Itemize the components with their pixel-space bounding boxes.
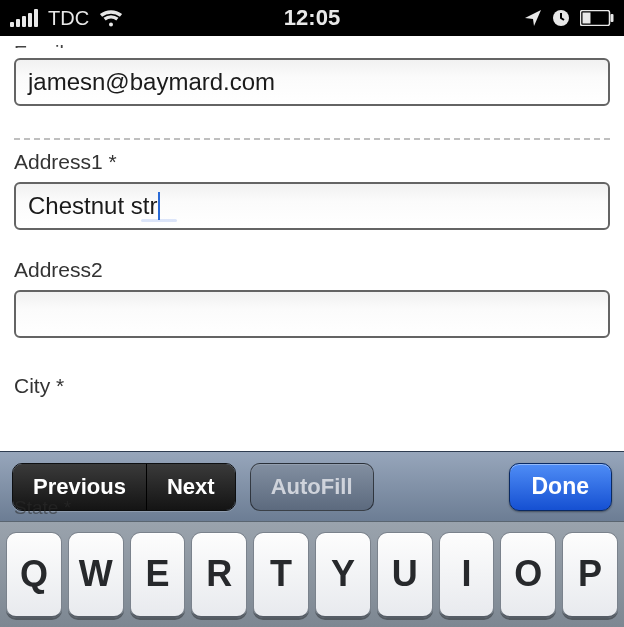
address2-field[interactable]	[14, 290, 610, 338]
next-button[interactable]: Next	[146, 464, 235, 510]
keyboard-row-1: Q W E R T Y U I O P	[0, 521, 624, 627]
wifi-icon	[99, 9, 123, 27]
keyboard-region: Previous Next AutoFill Done State * Q W …	[0, 451, 624, 627]
done-button[interactable]: Done	[509, 463, 613, 511]
key-i[interactable]: I	[439, 532, 495, 618]
key-o[interactable]: O	[500, 532, 556, 618]
city-label: City *	[14, 374, 610, 398]
address2-label: Address2	[14, 258, 610, 282]
clock-icon	[552, 9, 570, 27]
location-icon	[524, 9, 542, 27]
battery-icon	[580, 10, 614, 26]
email-field[interactable]: jamesn@baymard.com	[14, 58, 610, 106]
address1-value: Chestnut str	[28, 192, 157, 220]
key-r[interactable]: R	[191, 532, 247, 618]
key-e[interactable]: E	[130, 532, 186, 618]
key-u[interactable]: U	[377, 532, 433, 618]
signal-icon	[10, 9, 38, 27]
key-q[interactable]: Q	[6, 532, 62, 618]
svg-rect-2	[611, 14, 614, 22]
key-w[interactable]: W	[68, 532, 124, 618]
carrier-label: TDC	[48, 7, 89, 30]
status-time: 12:05	[284, 5, 340, 31]
address1-label: Address1 *	[14, 150, 610, 174]
text-cursor	[158, 192, 160, 220]
section-divider	[14, 138, 610, 140]
keyboard-accessory-bar: Previous Next AutoFill Done State *	[0, 451, 624, 521]
email-value: jamesn@baymard.com	[28, 68, 275, 96]
autofill-button[interactable]: AutoFill	[250, 463, 374, 511]
state-label-peek: State *	[14, 497, 71, 519]
form-page: Email jamesn@baymard.com Address1 * Ches…	[0, 42, 624, 398]
svg-rect-3	[583, 13, 591, 24]
key-t[interactable]: T	[253, 532, 309, 618]
status-bar: TDC 12:05	[0, 0, 624, 36]
key-p[interactable]: P	[562, 532, 618, 618]
autocorrect-underline	[141, 219, 177, 222]
address1-field[interactable]: Chestnut str	[14, 182, 610, 230]
email-label-clipped: Email	[14, 42, 610, 48]
key-y[interactable]: Y	[315, 532, 371, 618]
